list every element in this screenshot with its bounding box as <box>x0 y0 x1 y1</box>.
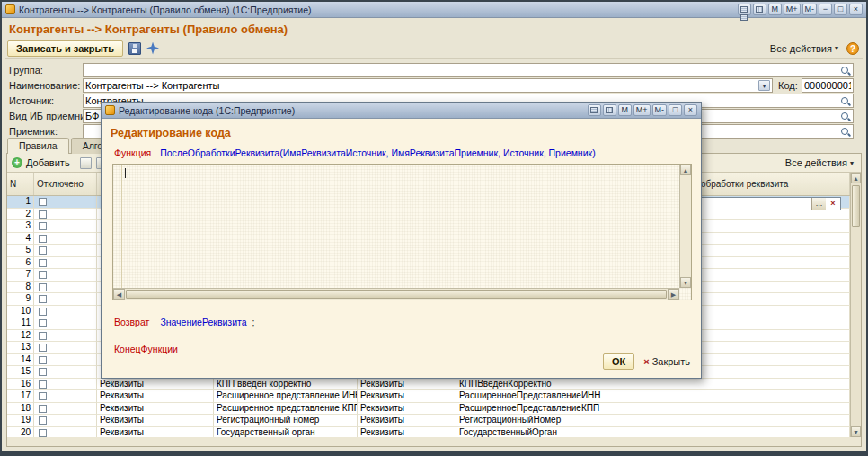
maximize-button[interactable]: □ <box>669 104 682 116</box>
checkbox[interactable] <box>39 271 47 279</box>
checkbox[interactable] <box>39 319 47 327</box>
dropdown-button[interactable]: ▾ <box>758 80 770 91</box>
ellipsis-button[interactable]: ... <box>811 198 826 210</box>
maximize-button[interactable]: □ <box>834 4 847 15</box>
cell-source-attribute[interactable]: Расширенное представление ИНН <box>214 390 358 403</box>
cell-source-kind[interactable]: Реквизиты <box>97 390 214 403</box>
all-actions-button[interactable]: Все действия ▾ <box>767 42 841 55</box>
disabled-cell[interactable] <box>34 427 97 438</box>
search-icon[interactable] <box>839 126 851 138</box>
cell-target-attribute[interactable]: РасширенноеПредставлениеИНН <box>456 390 669 403</box>
scroll-right-icon[interactable]: ▶ <box>668 289 679 300</box>
copy-icon[interactable] <box>80 157 92 169</box>
checkbox[interactable] <box>39 344 47 352</box>
calendar-icon[interactable] <box>738 4 751 15</box>
group-input[interactable] <box>83 63 854 77</box>
dialog-titlebar[interactable]: Редактирование кода (1С:Предприятие) М М… <box>102 103 701 119</box>
tab-rules[interactable]: Правила <box>7 138 69 154</box>
star-icon[interactable] <box>146 42 159 55</box>
add-button[interactable]: + Добавить <box>12 157 70 168</box>
calculator-icon[interactable] <box>753 4 766 15</box>
memory-m-button[interactable]: М <box>768 4 782 15</box>
code-input[interactable]: 000000001 <box>802 78 854 93</box>
disabled-cell[interactable] <box>34 282 97 294</box>
disabled-cell[interactable] <box>34 317 97 330</box>
checkbox[interactable] <box>39 332 47 340</box>
table-row[interactable]: 16 Реквизиты КПП введен корректно Реквиз… <box>7 379 850 391</box>
cell-source-kind[interactable]: Реквизиты <box>97 427 214 438</box>
memory-minus-button[interactable]: М- <box>802 4 818 15</box>
close-button[interactable]: × <box>849 4 863 15</box>
help-button[interactable]: ? <box>846 42 859 55</box>
memory-m-button[interactable]: М <box>618 104 632 116</box>
table-row[interactable]: 20 Реквизиты Государственный орган Рекви… <box>7 427 850 438</box>
cell-target-attribute[interactable]: РегистрационныйНомер <box>456 415 669 427</box>
scrollbar-thumb[interactable] <box>852 185 860 227</box>
editor-horizontal-scrollbar[interactable]: ◀ ▶ <box>113 288 679 300</box>
calendar-icon[interactable] <box>588 104 601 116</box>
cell-source-attribute[interactable]: КПП введен корректно <box>214 379 358 391</box>
memory-minus-button[interactable]: М- <box>652 104 668 116</box>
checkbox[interactable] <box>39 235 47 243</box>
scroll-up-icon[interactable]: ▲ <box>680 165 691 175</box>
table-vertical-scrollbar[interactable]: ▲ ▼ <box>850 173 861 437</box>
disabled-cell[interactable] <box>34 209 97 221</box>
disabled-cell[interactable] <box>34 233 97 246</box>
scroll-down-icon[interactable]: ▼ <box>851 426 861 437</box>
disabled-cell[interactable] <box>34 366 97 379</box>
minimize-button[interactable]: − <box>819 4 832 15</box>
disabled-cell[interactable] <box>34 306 97 318</box>
checkbox[interactable] <box>39 380 47 389</box>
disabled-cell[interactable] <box>34 269 97 282</box>
cell-target-kind[interactable]: Реквизиты <box>358 403 456 416</box>
cell-target-attribute[interactable]: КППВведенКорректно <box>456 379 669 391</box>
cell-source-kind[interactable]: Реквизиты <box>97 415 214 427</box>
disabled-cell[interactable] <box>34 415 97 427</box>
cell-target-kind[interactable]: Реквизиты <box>358 427 456 438</box>
table-row[interactable]: 19 Реквизиты Регистрационный номер Рекви… <box>7 415 850 427</box>
cell-after-processing[interactable] <box>669 427 850 438</box>
ok-button[interactable]: ОК <box>603 353 634 370</box>
scroll-down-icon[interactable]: ▼ <box>680 277 691 288</box>
checkbox[interactable] <box>39 222 47 230</box>
disabled-cell[interactable] <box>34 379 97 391</box>
cell-source-attribute[interactable]: Регистрационный номер <box>214 415 358 427</box>
close-dialog-button[interactable]: × Закрыть <box>643 356 690 367</box>
cell-target-kind[interactable]: Реквизиты <box>358 415 456 427</box>
table-row[interactable]: 18 Реквизиты Расширенное представление К… <box>7 403 850 416</box>
checkbox[interactable] <box>39 416 47 425</box>
window-titlebar[interactable]: Контрагенты --> Контрагенты (Правило обм… <box>2 2 866 18</box>
checkbox[interactable] <box>39 308 47 316</box>
checkbox[interactable] <box>39 198 47 206</box>
checkbox[interactable] <box>39 392 47 400</box>
disabled-cell[interactable] <box>34 342 97 354</box>
cell-target-kind[interactable]: Реквизиты <box>358 379 456 391</box>
scroll-up-icon[interactable]: ▲ <box>851 173 861 183</box>
disabled-cell[interactable] <box>34 196 97 209</box>
checkbox[interactable] <box>39 405 47 413</box>
disabled-cell[interactable] <box>34 390 97 403</box>
close-button[interactable]: × <box>684 104 697 116</box>
disabled-cell[interactable] <box>34 245 97 257</box>
search-icon[interactable] <box>839 65 851 76</box>
editor-vertical-scrollbar[interactable]: ▲ ▼ <box>679 165 691 288</box>
checkbox[interactable] <box>39 283 47 291</box>
cell-target-kind[interactable]: Реквизиты <box>358 390 456 403</box>
disabled-cell[interactable] <box>34 220 97 233</box>
table-row[interactable]: 17 Реквизиты Расширенное представление И… <box>7 390 850 403</box>
scroll-left-icon[interactable]: ◀ <box>113 289 125 300</box>
search-icon[interactable] <box>839 95 851 107</box>
checkbox[interactable] <box>39 368 47 376</box>
checkbox[interactable] <box>39 246 47 255</box>
checkbox[interactable] <box>39 210 47 219</box>
cell-source-attribute[interactable]: Государственный орган <box>214 427 358 438</box>
checkbox[interactable] <box>39 295 47 303</box>
disabled-cell[interactable] <box>34 257 97 270</box>
grid-all-actions-button[interactable]: Все действия ▾ <box>783 156 856 169</box>
calculator-icon[interactable] <box>603 104 616 116</box>
cell-after-processing[interactable] <box>669 415 850 427</box>
checkbox[interactable] <box>39 429 47 437</box>
memory-plus-button[interactable]: М+ <box>784 4 801 15</box>
cell-after-processing[interactable] <box>669 379 850 391</box>
clear-icon[interactable]: × <box>826 198 840 210</box>
